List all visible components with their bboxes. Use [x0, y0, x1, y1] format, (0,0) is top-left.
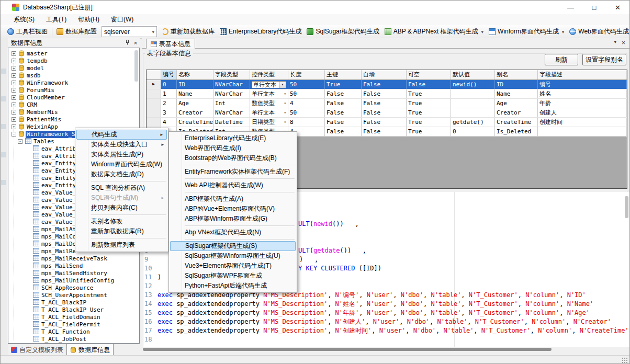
expand-toggle[interactable]: +	[12, 88, 16, 93]
grid-cell[interactable]: NVarChar	[213, 80, 250, 89]
column-header[interactable]: 别名	[495, 70, 538, 79]
grid-cell[interactable]: 0	[451, 127, 495, 136]
menubar-item[interactable]: 工具(T)	[40, 14, 72, 25]
tree-node-table[interactable]: mps_MailUnifiedConfig	[8, 277, 139, 285]
minimize-button[interactable]: —	[559, 1, 582, 14]
grid-cell[interactable]: True	[407, 89, 451, 98]
submenu-item[interactable]: SqlSugar框架Winform界面生成(U)	[170, 251, 296, 261]
submenu-item[interactable]: SqlSugar框架代码生成(S)	[170, 241, 296, 251]
submenu-item[interactable]: Bootstrap的Web界面代码生成(B)	[170, 153, 296, 163]
grid-cell[interactable]: False	[362, 80, 407, 89]
tab-custom-template-list[interactable]: 自定义模板列表	[8, 344, 66, 356]
context-menu-item[interactable]: 代码生成▸	[76, 130, 167, 140]
grid-cell[interactable]: 50	[288, 108, 325, 117]
grid-cell[interactable]: newid()	[451, 80, 495, 89]
grid-cell[interactable]: 姓名	[538, 89, 627, 98]
grid-cell[interactable]: Int	[213, 99, 250, 108]
grid-cell[interactable]: 3	[161, 108, 177, 117]
context-menu-item[interactable]: 拷贝列表内容(C)	[76, 203, 167, 213]
context-menu-item[interactable]: SQL语句生成(M)▸	[76, 193, 167, 203]
grid-cell[interactable]: False	[407, 80, 451, 89]
abp-codegen-button[interactable]: ABP & ABPNext 框架代码生成▾	[382, 26, 486, 37]
grid-cell[interactable]: True	[325, 80, 362, 89]
web-codegen-button[interactable]: Web界面代码生成▾	[567, 26, 630, 37]
grid-cell[interactable]: 单行文本▾	[250, 108, 288, 117]
grid-cell[interactable]: Age	[177, 99, 213, 108]
grid-cell[interactable]	[451, 99, 495, 108]
grid-cell[interactable]: CreateTime	[495, 118, 538, 127]
grid-cell[interactable]: 0	[161, 80, 177, 89]
expand-toggle[interactable]: -	[12, 132, 16, 136]
tree-node-database[interactable]: +PatientMis	[8, 116, 139, 123]
grid-cell[interactable]: 2	[161, 99, 177, 108]
column-header[interactable]: 长度	[288, 70, 325, 79]
submenu-item[interactable]: ABP框架代码生成(A)	[170, 194, 296, 204]
context-menu-item[interactable]: 表别名修改	[76, 217, 167, 226]
context-menu-item[interactable]: 数据库文档生成(D)	[76, 169, 167, 179]
grid-cell[interactable]: 4	[161, 118, 177, 127]
grid-cell[interactable]: ID	[495, 80, 538, 89]
expand-toggle[interactable]: +	[12, 110, 16, 115]
menubar-item[interactable]: 系统(S)	[8, 14, 40, 25]
grid-cell[interactable]: 年龄	[538, 99, 627, 108]
resize-grip[interactable]	[622, 357, 628, 363]
submenu-item[interactable]: Python+FastApi后端代码生成	[170, 281, 296, 291]
tree-node-database[interactable]: +model	[8, 65, 139, 72]
winform-codegen-button[interactable]: Winform界面代码生成▾	[486, 26, 567, 37]
tree-node-table[interactable]: SCH_UserAppointment	[8, 292, 139, 299]
expand-toggle[interactable]: +	[12, 81, 16, 85]
tree-node-database[interactable]: +CloudMember	[8, 94, 139, 101]
close-panel-icon[interactable]: ×	[131, 40, 140, 46]
tree-node-table[interactable]: T_ACL_FieldPermit	[8, 321, 139, 328]
grid-cell[interactable]: 50	[288, 80, 325, 89]
grid-cell[interactable]	[451, 89, 495, 98]
row-header[interactable]: ▶	[147, 80, 161, 89]
expand-toggle[interactable]: -	[18, 139, 22, 144]
row-header[interactable]	[147, 108, 161, 117]
database-type-combobox[interactable]: sqlserver▾	[102, 26, 157, 37]
tree-node-table[interactable]: SCH_AppResource	[8, 285, 139, 292]
grid-cell[interactable]: False	[362, 108, 407, 117]
tree-node-database[interactable]: +ForumMis	[8, 87, 139, 94]
editor-horizontal-scrollbar[interactable]	[143, 347, 629, 352]
tree-node-database[interactable]: +CRM	[8, 101, 139, 109]
toolbar-view-button[interactable]: 工具栏视图	[5, 26, 50, 37]
grid-cell[interactable]: Name	[177, 89, 213, 98]
expand-toggle[interactable]: +	[12, 103, 16, 107]
row-header[interactable]	[147, 99, 161, 108]
grid-cell[interactable]: 数值类型▾	[250, 99, 288, 108]
tree-node-table[interactable]: mps_MailSend	[8, 263, 139, 270]
menubar-item[interactable]: 窗口(W)	[105, 14, 139, 25]
submenu-item[interactable]: ABP的Vue+Element界面代码(V)	[170, 204, 296, 214]
tree-node-database[interactable]: +tempdb	[8, 58, 139, 65]
grid-cell[interactable]: 编号	[538, 80, 627, 89]
grid-cell[interactable]: NVarChar	[213, 89, 250, 98]
tab-list-chevron-icon[interactable]: ▾	[614, 39, 616, 47]
tree-node-table[interactable]: mps_MailSendHistory	[8, 270, 139, 277]
enterpriselibrary-codegen-button[interactable]: EnterpriseLibrary代码生成	[217, 26, 304, 37]
tab-table-basic-info[interactable]: 表基本信息	[146, 39, 195, 49]
sqlsugar-codegen-button[interactable]: SqlSugar框架代码生成	[304, 26, 381, 37]
expand-toggle[interactable]: +	[12, 117, 16, 122]
grid-cell[interactable]: Creator	[177, 108, 213, 117]
submenu-item[interactable]: Web界面代码生成(I)	[170, 143, 296, 153]
grid-cell[interactable]: 日期类型▾	[250, 118, 288, 127]
grid-cell[interactable]: Name	[495, 89, 538, 98]
tree-node-table[interactable]: T_ACL_BlackIP	[8, 299, 139, 306]
grid-cell[interactable]: True	[407, 99, 451, 108]
tree-node-database[interactable]: +WinFramework	[8, 79, 139, 87]
grid-cell[interactable]: False	[325, 89, 362, 98]
table-row[interactable]: 1NameNVarChar单行文本▾50FalseFalseTrueName姓名	[147, 89, 627, 99]
menubar-item[interactable]: 帮助(H)	[72, 14, 105, 25]
grid-cell[interactable]: False	[325, 108, 362, 117]
context-menu-item[interactable]: 重新加载数据库(R)	[76, 226, 167, 236]
table-row[interactable]: 4CreateTimeDateTime日期类型▾8FalseFalseTrueg…	[147, 118, 627, 127]
column-header[interactable]: 可空	[407, 70, 451, 79]
column-header[interactable]: 默认值	[451, 70, 495, 79]
grid-cell[interactable]: False	[325, 118, 362, 127]
row-header[interactable]	[147, 89, 161, 98]
table-row[interactable]: ▶0IDNVarChar单行文本▾50TrueFalseFalsenewid()…	[147, 80, 627, 89]
grid-cell[interactable]	[451, 108, 495, 117]
grid-cell[interactable]: False	[362, 89, 407, 98]
column-header[interactable]: 控件类型	[250, 70, 288, 79]
